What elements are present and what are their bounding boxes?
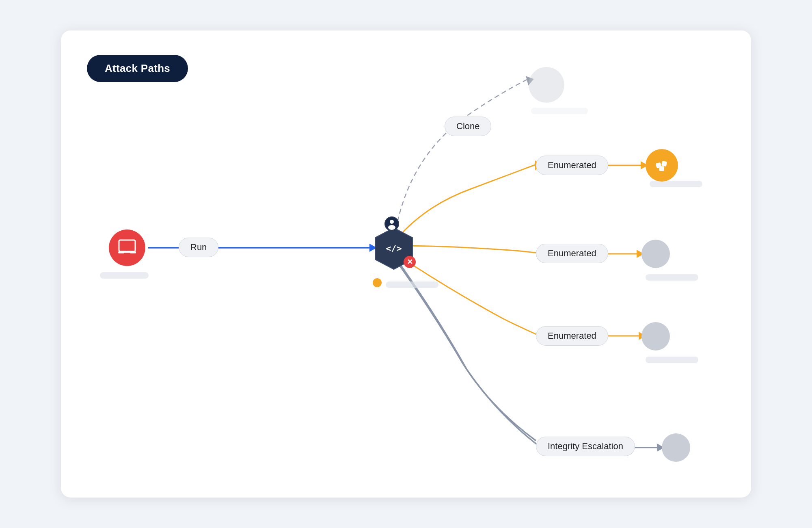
svg-text:</>: </> [386,243,402,253]
main-card: Attack Paths [61,30,751,498]
code-label-bar [386,281,438,288]
svg-rect-15 [119,240,135,251]
title-badge: Attack Paths [87,55,188,82]
svg-rect-24 [661,161,667,167]
enum3-bar [646,357,698,363]
error-badge: ✕ [404,256,416,268]
laptop-label-bar [100,272,149,279]
yellow-dot [373,278,382,287]
person-icon [384,216,399,233]
run-label: Run [179,238,218,257]
gray-circle-node-lower[interactable] [641,322,670,351]
enum1-bar [650,181,702,187]
svg-rect-25 [659,166,664,171]
page-title: Attack Paths [105,62,170,74]
gray-circle-node-bottom[interactable] [662,433,690,462]
svg-point-22 [388,225,395,230]
enum2-bar [646,274,698,281]
integrity-escalation-label: Integrity Escalation [536,437,635,456]
faded-bar-top1 [531,108,588,114]
svg-point-21 [390,220,394,224]
orange-circle-node[interactable] [646,149,678,182]
clone-label: Clone [445,117,491,136]
enumerated-label-3: Enumerated [536,326,608,346]
enumerated-label-1: Enumerated [536,156,608,175]
laptop-node[interactable] [109,229,145,266]
faded-node-top [529,67,564,103]
enumerated-label-2: Enumerated [536,244,608,263]
gray-circle-node-middle[interactable] [641,240,670,268]
